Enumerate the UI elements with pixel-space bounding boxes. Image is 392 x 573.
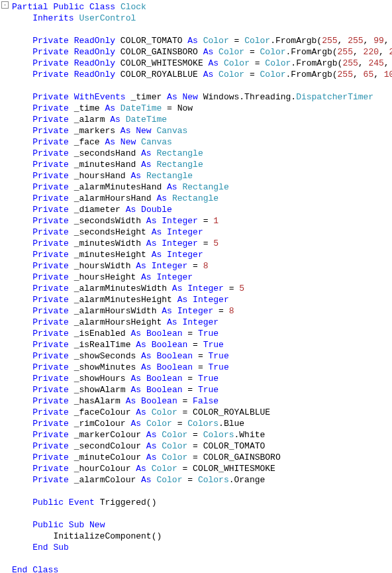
- token-kw: Private: [32, 216, 69, 226]
- code-line[interactable]: Private _showHours As Boolean = True: [0, 373, 392, 384]
- code-line[interactable]: Private _hourColour As Color = COLOR_WHI…: [0, 463, 392, 474]
- code-line[interactable]: Private _alarmHoursHeight As Integer: [0, 317, 392, 328]
- code-line[interactable]: Private _diameter As Double: [0, 204, 392, 215]
- token-kw: ReadOnly: [74, 70, 115, 79]
- code-line[interactable]: Private ReadOnly COLOR_GAINSBORO As Colo…: [0, 46, 392, 58]
- code-line[interactable]: Private _alarmHoursHand As Rectangle: [0, 193, 392, 204]
- code-line[interactable]: End Class: [0, 564, 392, 573]
- token-ident: [12, 205, 32, 215]
- token-ident: [12, 193, 32, 203]
- token-kw: New: [121, 137, 136, 147]
- code-line[interactable]: Private _alarmMinutesWidth As Integer = …: [0, 283, 392, 294]
- code-line[interactable]: [0, 553, 392, 564]
- token-kw: Public: [32, 497, 64, 507]
- code-line[interactable]: Private _alarmColour As Color = Colors.O…: [0, 474, 392, 486]
- token-ident: = COLOR_TOMATO: [187, 441, 265, 451]
- code-line[interactable]: [0, 80, 392, 91]
- code-line[interactable]: Private _face As New Canvas: [0, 136, 392, 148]
- token-type: DispatcherTimer: [296, 92, 373, 102]
- token-ident: [12, 295, 32, 305]
- code-line[interactable]: Private ReadOnly COLOR_TOMATO As Color =…: [0, 35, 392, 46]
- token-kw: As: [121, 126, 131, 136]
- token-type: Clock: [121, 2, 146, 12]
- code-line[interactable]: Private _isEnabled As Boolean = True: [0, 328, 392, 339]
- code-line[interactable]: Private _alarm As DateTime: [0, 114, 392, 125]
- token-ident: _secondsHand: [69, 148, 141, 158]
- code-line[interactable]: Private _secondsHeight As Integer: [0, 227, 392, 238]
- token-ident: [12, 58, 32, 68]
- code-line[interactable]: Private _showSeconds As Boolean = True: [0, 350, 392, 362]
- code-line[interactable]: Private _minutesWidth As Integer = 5: [0, 238, 392, 249]
- code-line[interactable]: [0, 508, 392, 519]
- token-ident: [12, 385, 32, 395]
- token-ident: [69, 47, 74, 57]
- token-ident: [198, 36, 203, 46]
- code-line[interactable]: Private _showMinutes As Boolean = True: [0, 362, 392, 373]
- code-line[interactable]: [0, 486, 392, 497]
- code-body[interactable]: Partial Public Class Clock Inherits User…: [0, 1, 392, 573]
- token-ident: [84, 520, 89, 530]
- token-ident: [12, 419, 32, 429]
- code-line[interactable]: Private WithEvents _timer As New Windows…: [0, 91, 392, 103]
- token-kw: As: [167, 317, 177, 327]
- token-ident: =: [193, 351, 208, 361]
- code-line[interactable]: Private _hoursHeight As Integer: [0, 272, 392, 283]
- token-kw: Event: [69, 497, 95, 507]
- token-ident: [167, 193, 172, 203]
- token-ident: [12, 396, 32, 406]
- token-ident: [12, 227, 32, 237]
- code-line[interactable]: InitializeComponent(): [0, 531, 392, 542]
- code-line[interactable]: Private _minutesHeight As Integer: [0, 249, 392, 260]
- token-ident: _alarmHoursHand: [69, 193, 157, 203]
- token-ident: =: [187, 340, 203, 350]
- code-line[interactable]: End Sub: [0, 542, 392, 553]
- token-ident: [12, 70, 32, 79]
- token-kw: Private: [32, 160, 69, 170]
- code-line[interactable]: Private _secondsWidth As Integer = 1: [0, 215, 392, 227]
- token-num: 220: [389, 47, 392, 57]
- token-ident: [115, 103, 121, 113]
- token-ident: ,: [364, 36, 374, 46]
- code-line[interactable]: Private _hoursHand As Rectangle: [0, 170, 392, 182]
- code-line[interactable]: Inherits UserControl: [0, 13, 392, 24]
- token-ident: [213, 47, 219, 57]
- code-line[interactable]: Private _markers As New Canvas: [0, 125, 392, 136]
- token-ident: [12, 182, 32, 192]
- code-line[interactable]: Private _isRealTime As Boolean = True: [0, 339, 392, 350]
- code-line[interactable]: Public Sub New: [0, 519, 392, 531]
- code-line[interactable]: Private _showAlarm As Boolean = True: [0, 384, 392, 395]
- code-line[interactable]: Public Event Triggered(): [0, 497, 392, 508]
- code-line[interactable]: [0, 24, 392, 35]
- token-num: 245: [368, 58, 383, 68]
- code-line[interactable]: Private ReadOnly COLOR_WHITESMOKE As Col…: [0, 58, 392, 69]
- code-line[interactable]: Partial Public Class Clock: [0, 1, 392, 13]
- code-line[interactable]: Private _minutesHand As Rectangle: [0, 159, 392, 170]
- code-line[interactable]: Private _alarmHoursWidth As Integer = 8: [0, 305, 392, 317]
- code-line[interactable]: Private _markerColour As Color = Colors.…: [0, 429, 392, 441]
- token-ident: [12, 238, 32, 248]
- token-ident: =: [182, 329, 197, 339]
- token-ident: .Blue: [219, 419, 244, 429]
- token-ident: =: [187, 261, 203, 271]
- token-num: 99: [373, 36, 384, 46]
- token-ident: [12, 250, 32, 260]
- code-line[interactable]: Private _hasAlarm As Boolean = False: [0, 395, 392, 407]
- code-line[interactable]: Private _time As DateTime = Now: [0, 103, 392, 114]
- code-line[interactable]: Private _alarmMinutesHeight As Integer: [0, 294, 392, 305]
- code-line[interactable]: Private _faceColour As Color = COLOR_ROY…: [0, 407, 392, 418]
- code-line[interactable]: Private _alarmMinutesHand As Rectangle: [0, 182, 392, 193]
- token-kw: Private: [32, 261, 69, 271]
- code-line[interactable]: Private _secondColour As Color = COLOR_T…: [0, 441, 392, 452]
- token-ident: =: [187, 430, 203, 440]
- code-line[interactable]: Private ReadOnly COLOR_ROYALBLUE As Colo…: [0, 69, 392, 80]
- token-ident: [84, 2, 89, 12]
- code-line[interactable]: Private _minuteColour As Color = COLOR_G…: [0, 452, 392, 463]
- token-kw: Private: [32, 430, 69, 440]
- code-editor[interactable]: - Partial Public Class Clock Inherits Us…: [0, 0, 392, 573]
- code-line[interactable]: Private _hoursWidth As Integer = 8: [0, 260, 392, 272]
- code-line[interactable]: Private _rimColour As Color = Colors.Blu…: [0, 418, 392, 429]
- token-ident: [12, 317, 32, 327]
- token-type: Colors: [187, 419, 219, 429]
- code-line[interactable]: Private _secondsHand As Rectangle: [0, 148, 392, 159]
- token-kw: Private: [32, 115, 69, 125]
